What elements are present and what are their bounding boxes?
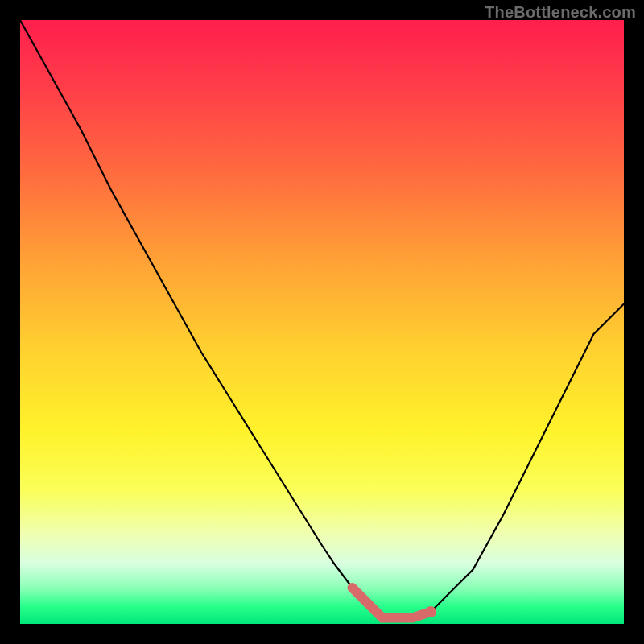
optimal-region-highlight [353,588,431,618]
chart-stage: TheBottleneck.com [0,0,644,644]
watermark-text: TheBottleneck.com [485,3,636,22]
curve-svg [20,20,624,624]
bottleneck-curve [20,20,624,618]
plot-area [20,20,624,624]
optimal-marker-dot [425,606,436,617]
